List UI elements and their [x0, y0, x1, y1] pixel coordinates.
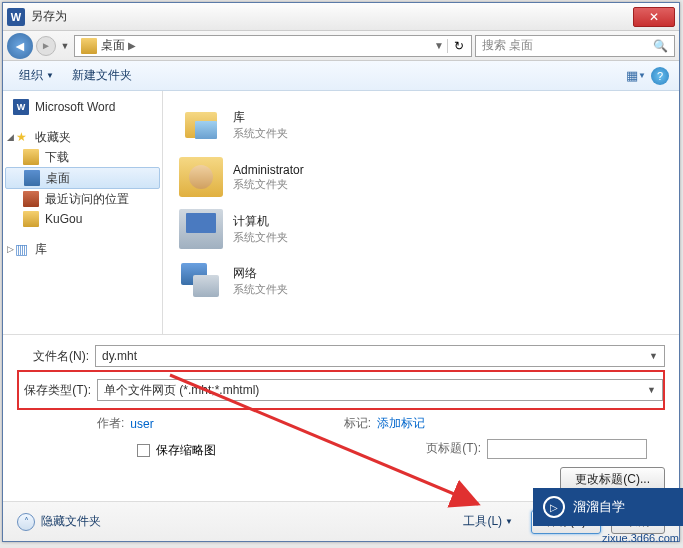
- breadcrumb-bar[interactable]: 桌面 ▶ ▼ ↻: [74, 35, 472, 57]
- folder-icon: [23, 211, 39, 227]
- thumbnail-checkbox[interactable]: [137, 444, 150, 457]
- search-icon: 🔍: [653, 39, 668, 53]
- breadcrumb-segment[interactable]: 桌面: [101, 37, 125, 54]
- play-icon: ▷: [543, 496, 565, 518]
- recent-icon: [23, 191, 39, 207]
- chevron-down-icon: ▼: [505, 517, 513, 526]
- filename-input[interactable]: dy.mht ▼: [95, 345, 665, 367]
- tools-button[interactable]: 工具(L) ▼: [455, 510, 521, 533]
- list-item[interactable]: Administrator 系统文件夹: [175, 151, 667, 203]
- desktop-icon: [81, 38, 97, 54]
- watermark-url: zixue.3d66.com: [602, 532, 679, 544]
- sidebar-item-word[interactable]: W Microsoft Word: [3, 97, 162, 117]
- network-icon: [179, 261, 223, 301]
- chevron-down-icon[interactable]: ▼: [649, 351, 658, 361]
- sidebar-item-favorites[interactable]: ◢ ★ 收藏夹: [3, 127, 162, 147]
- nav-back-button[interactable]: ◄: [7, 33, 33, 59]
- organize-button[interactable]: 组织 ▼: [11, 64, 62, 87]
- list-item[interactable]: 库 系统文件夹: [175, 99, 667, 151]
- annotation-highlight: 保存类型(T): 单个文件网页 (*.mht;*.mhtml) ▼: [17, 370, 665, 410]
- save-as-dialog: W 另存为 ✕ ◄ ► ▼ 桌面 ▶ ▼ ↻ 搜索 桌面 🔍 组织 ▼ 新建文件…: [2, 2, 680, 542]
- save-form: 文件名(N): dy.mht ▼ 保存类型(T): 单个文件网页 (*.mht;…: [3, 334, 679, 501]
- sidebar-item-libraries[interactable]: ▷ ▥ 库: [3, 239, 162, 259]
- close-button[interactable]: ✕: [633, 7, 675, 27]
- computer-icon: [179, 209, 223, 249]
- sidebar-item-downloads[interactable]: 下载: [3, 147, 162, 167]
- hide-folders-button[interactable]: ˄ 隐藏文件夹: [17, 513, 101, 531]
- window-title: 另存为: [31, 8, 633, 25]
- folder-icon: [23, 149, 39, 165]
- new-folder-button[interactable]: 新建文件夹: [64, 64, 140, 87]
- page-title-label: 页标题(T):: [426, 440, 481, 457]
- author-value[interactable]: user: [130, 417, 153, 431]
- help-button[interactable]: ?: [649, 65, 671, 87]
- libraries-icon: ▥: [13, 241, 29, 257]
- sidebar-item-desktop[interactable]: 桌面: [5, 167, 160, 189]
- view-options-button[interactable]: ▦ ▼: [625, 65, 647, 87]
- tags-label: 标记:: [344, 415, 371, 432]
- collapse-icon[interactable]: ◢: [7, 132, 14, 142]
- filename-label: 文件名(N):: [17, 348, 89, 365]
- toolbar: 组织 ▼ 新建文件夹 ▦ ▼ ?: [3, 61, 679, 91]
- thumbnail-label: 保存缩略图: [156, 442, 216, 459]
- metadata-row: 作者: user 标记: 添加标记: [97, 415, 665, 432]
- search-placeholder-text: 搜索 桌面: [482, 37, 533, 54]
- nav-bar: ◄ ► ▼ 桌面 ▶ ▼ ↻ 搜索 桌面 🔍: [3, 31, 679, 61]
- word-app-icon: W: [7, 8, 25, 26]
- filename-row: 文件名(N): dy.mht ▼: [17, 345, 665, 367]
- page-title-input[interactable]: [487, 439, 647, 459]
- word-icon: W: [13, 99, 29, 115]
- search-input[interactable]: 搜索 桌面 🔍: [475, 35, 675, 57]
- desktop-icon: [24, 170, 40, 186]
- breadcrumb-dropdown-icon[interactable]: ▼: [434, 40, 444, 51]
- file-list[interactable]: 库 系统文件夹 Administrator 系统文件夹 计算机 系统文件夹: [163, 91, 679, 334]
- titlebar: W 另存为 ✕: [3, 3, 679, 31]
- star-icon: ★: [13, 129, 29, 145]
- list-item[interactable]: 计算机 系统文件夹: [175, 203, 667, 255]
- filetype-select[interactable]: 单个文件网页 (*.mht;*.mhtml) ▼: [97, 379, 663, 401]
- chevron-up-icon: ˄: [17, 513, 35, 531]
- tags-value[interactable]: 添加标记: [377, 415, 425, 432]
- list-item[interactable]: 网络 系统文件夹: [175, 255, 667, 307]
- filetype-label: 保存类型(T):: [19, 382, 91, 399]
- sidebar: W Microsoft Word ◢ ★ 收藏夹 下载 桌面 最近访问的位置: [3, 91, 163, 334]
- sidebar-item-kugou[interactable]: KuGou: [3, 209, 162, 229]
- nav-history-dropdown[interactable]: ▼: [59, 41, 71, 51]
- refresh-icon[interactable]: ↻: [447, 39, 469, 53]
- author-label: 作者:: [97, 415, 124, 432]
- nav-forward-button[interactable]: ►: [36, 36, 56, 56]
- filetype-row: 保存类型(T): 单个文件网页 (*.mht;*.mhtml) ▼: [19, 379, 663, 401]
- main-area: W Microsoft Word ◢ ★ 收藏夹 下载 桌面 最近访问的位置: [3, 91, 679, 334]
- libraries-icon: [179, 105, 223, 145]
- user-folder-icon: [179, 157, 223, 197]
- expand-icon[interactable]: ▷: [7, 244, 14, 254]
- chevron-right-icon[interactable]: ▶: [128, 40, 136, 51]
- chevron-down-icon[interactable]: ▼: [647, 385, 656, 395]
- watermark-badge: ▷ 溜溜自学: [533, 488, 683, 526]
- sidebar-item-recent[interactable]: 最近访问的位置: [3, 189, 162, 209]
- chevron-down-icon: ▼: [46, 71, 54, 80]
